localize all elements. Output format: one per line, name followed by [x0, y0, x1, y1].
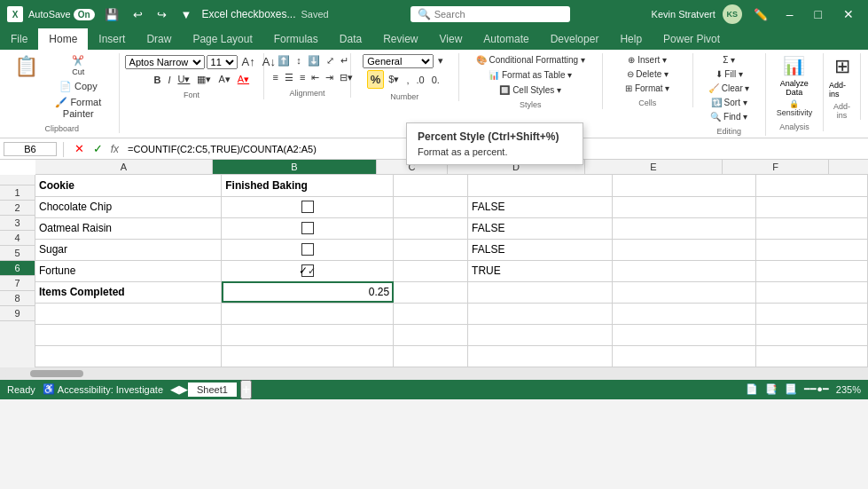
cancel-formula-button[interactable]: ✕ — [72, 140, 87, 157]
row-num-5[interactable]: 5 — [0, 246, 35, 261]
tab-draw[interactable]: Draw — [136, 28, 182, 50]
cell-b7[interactable] — [222, 303, 394, 324]
cell-d7[interactable] — [468, 303, 613, 324]
search-box[interactable]: 🔍 — [411, 6, 570, 22]
font-size-select[interactable]: 11 — [207, 55, 238, 69]
cell-d4[interactable]: FALSE — [468, 239, 613, 260]
confirm-formula-button[interactable]: ✓ — [90, 140, 106, 157]
scroll-track[interactable] — [4, 370, 864, 377]
align-center[interactable]: ☰ — [282, 70, 296, 85]
cell-a5[interactable]: Fortune — [35, 260, 222, 281]
cell-c5[interactable] — [394, 260, 468, 281]
cell-e5[interactable] — [612, 260, 756, 281]
cell-c6[interactable] — [394, 281, 468, 303]
row-num-1[interactable]: 1 — [0, 185, 35, 201]
scroll-thumb[interactable] — [30, 370, 83, 377]
cell-a4[interactable]: Sugar — [35, 239, 222, 260]
col-header-e[interactable]: E — [585, 160, 723, 174]
horizontal-scroll[interactable] — [0, 367, 868, 380]
row-num-3[interactable]: 3 — [0, 216, 35, 231]
fill-button[interactable]: ⬇ Fill ▾ — [713, 67, 746, 81]
avatar[interactable]: KS — [723, 4, 742, 24]
font-color-button[interactable]: A▾ — [235, 72, 252, 87]
tab-formulas[interactable]: Formulas — [263, 28, 329, 50]
tab-review[interactable]: Review — [372, 28, 428, 50]
insert-button[interactable]: ⊕ Insert ▾ — [625, 53, 669, 67]
cell-f7[interactable] — [756, 303, 868, 324]
tab-data[interactable]: Data — [329, 28, 372, 50]
align-right[interactable]: ≡ — [297, 70, 308, 85]
delete-button[interactable]: ⊖ Delete ▾ — [624, 67, 671, 81]
cell-a9[interactable] — [35, 345, 222, 367]
add-sheet-button[interactable]: + — [240, 380, 252, 399]
addins-button[interactable]: ⊞ — [832, 53, 853, 80]
cell-b9[interactable] — [222, 345, 394, 367]
next-sheet-button[interactable]: ▶ — [179, 383, 188, 396]
cell-e2[interactable] — [612, 196, 756, 217]
tab-file[interactable]: File — [0, 28, 38, 50]
wrap-text[interactable]: ↵ — [338, 53, 351, 68]
checkbox-row3[interactable] — [301, 222, 314, 234]
col-header-f[interactable]: F — [723, 160, 829, 174]
redo-button[interactable]: ↪ — [152, 6, 171, 23]
cell-e7[interactable] — [612, 303, 756, 324]
col-header-a[interactable]: A — [35, 160, 213, 174]
col-header-b[interactable]: B — [213, 160, 377, 174]
font-family-select[interactable]: Aptos Narrow — [125, 55, 205, 69]
zoom-level[interactable]: 235% — [836, 384, 861, 395]
cell-a8[interactable] — [35, 324, 222, 345]
cell-e4[interactable] — [612, 239, 756, 260]
align-left[interactable]: ≡ — [270, 70, 280, 85]
view-normal-button[interactable]: 📄 — [746, 383, 758, 395]
cell-a1[interactable]: Cookie — [35, 175, 222, 196]
cell-c8[interactable] — [394, 324, 468, 345]
cell-a7[interactable] — [35, 303, 222, 324]
checkbox-row2[interactable] — [301, 201, 314, 213]
cell-d1[interactable] — [468, 175, 613, 196]
number-format-select[interactable]: General — [363, 54, 434, 68]
sum-button[interactable]: Σ ▾ — [720, 53, 738, 67]
cell-d3[interactable]: FALSE — [468, 217, 613, 239]
cell-e6[interactable] — [612, 281, 756, 303]
italic-button[interactable]: I — [165, 73, 173, 87]
view-break-button[interactable]: 📃 — [785, 383, 797, 395]
customize-button[interactable]: ▼ — [176, 6, 197, 23]
cell-c3[interactable] — [394, 217, 468, 239]
checkbox-row4[interactable] — [301, 243, 314, 256]
clear-button[interactable]: 🧹 Clear ▾ — [706, 82, 752, 95]
cell-styles-button[interactable]: 🔲 Cell Styles ▾ — [497, 83, 564, 97]
format-painter-button[interactable]: 🖌️ Format Painter — [43, 95, 113, 121]
cell-e8[interactable] — [612, 324, 756, 345]
cell-b4[interactable] — [222, 239, 394, 260]
find-select-button[interactable]: 🔍 Find ▾ — [708, 110, 750, 123]
sensitivity-button[interactable]: 🔒 Sensitivity — [771, 98, 817, 119]
row-num-6[interactable]: 6 — [0, 261, 35, 276]
tab-power-pivot[interactable]: Power Pivot — [653, 28, 731, 50]
tab-insert[interactable]: Insert — [88, 28, 136, 50]
cell-c1[interactable] — [394, 175, 468, 196]
row-num-4[interactable]: 4 — [0, 231, 35, 246]
format-as-table-button[interactable]: 📊 Format as Table ▾ — [486, 68, 575, 82]
view-layout-button[interactable]: 📑 — [765, 383, 778, 395]
zoom-slider[interactable]: ━━●━ — [804, 383, 829, 395]
number-format-dropdown-btn[interactable]: ▾ — [435, 53, 446, 68]
border-button[interactable]: ▦▾ — [194, 72, 214, 87]
copy-button[interactable]: 📄 Copy — [43, 79, 113, 94]
autosave-toggle[interactable]: AutoSave On — [28, 9, 95, 20]
tab-page-layout[interactable]: Page Layout — [182, 28, 262, 50]
cell-b1[interactable]: Finished Baking — [222, 175, 394, 196]
font-size-increase[interactable]: A↑ — [239, 53, 258, 70]
cell-c9[interactable] — [394, 345, 468, 367]
row-num-9[interactable]: 9 — [0, 306, 35, 321]
cell-f3[interactable] — [756, 217, 868, 239]
cell-b5[interactable]: ✓ — [222, 260, 394, 281]
cell-e1[interactable] — [612, 175, 756, 196]
align-middle[interactable]: ↕ — [293, 53, 304, 68]
tab-view[interactable]: View — [429, 28, 473, 50]
sheet-tab-sheet1[interactable]: Sheet1 — [188, 383, 237, 397]
cell-d2[interactable]: FALSE — [468, 196, 613, 217]
row-num-8[interactable]: 8 — [0, 291, 35, 306]
pen-button[interactable]: ✏️ — [749, 6, 772, 23]
fill-color-button[interactable]: A▾ — [215, 72, 232, 87]
cell-c2[interactable] — [394, 196, 468, 217]
